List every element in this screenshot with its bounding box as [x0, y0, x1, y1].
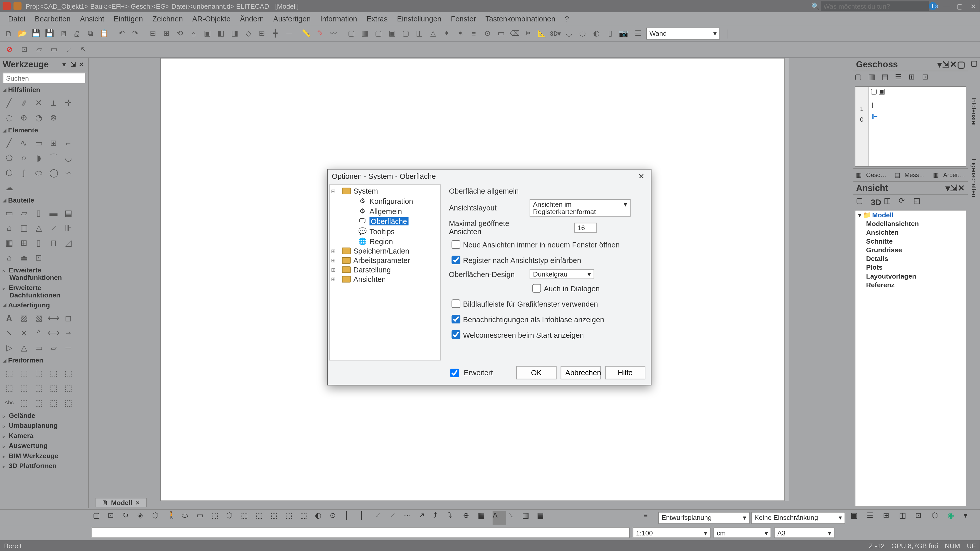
menu-datei[interactable]: Datei [4, 14, 29, 24]
tree-referenz[interactable]: Referenz [856, 281, 966, 289]
close-button[interactable]: ✕ [969, 2, 977, 10]
bt-door-icon[interactable]: ▯ [32, 236, 45, 249]
af-label-icon[interactable]: ◻ [62, 311, 75, 324]
chk-erweitert[interactable] [450, 368, 459, 377]
undo-icon[interactable]: ↶ [116, 27, 128, 40]
panel-pin-icon[interactable]: ⇲ [950, 183, 958, 193]
af-sup-icon[interactable]: ᴬ [32, 326, 45, 339]
hl-circle-icon[interactable]: ◌ [3, 111, 16, 124]
af-hatch-icon[interactable]: ▨ [18, 311, 30, 324]
cat-auswertung[interactable]: Auswertung [0, 441, 88, 451]
tree-region[interactable]: 🌐Region [330, 236, 440, 246]
af-rect-icon[interactable]: ▭ [32, 341, 45, 354]
bt-comp-icon[interactable]: ⊡ [32, 251, 45, 264]
el-l-icon[interactable]: ⌐ [62, 137, 75, 149]
ff-14-icon[interactable]: ⬚ [62, 396, 75, 409]
side-icon[interactable]: ◨ [228, 27, 241, 40]
box4-icon[interactable]: ▣ [386, 27, 398, 40]
menu-aendern[interactable]: Ändern [236, 14, 268, 24]
af-tri2-icon[interactable]: △ [18, 341, 30, 354]
bt19-icon[interactable]: │ [360, 511, 373, 524]
el-arc2-icon[interactable]: ◡ [62, 151, 75, 164]
st-mode2-icon[interactable]: ▣ [878, 87, 885, 95]
bt14-icon[interactable]: ⬚ [285, 511, 299, 524]
panel-menu-icon[interactable]: ▾ [945, 183, 950, 193]
hl-angle-icon[interactable]: ✕ [32, 96, 45, 109]
save-icon[interactable]: 💾 [30, 27, 42, 40]
ff-11-icon[interactable]: ⬚ [18, 396, 30, 409]
bt18-icon[interactable]: │ [345, 511, 358, 524]
av-3-icon[interactable]: ⟳ [899, 197, 911, 208]
ff-1-icon[interactable]: ⬚ [3, 367, 16, 380]
bt28-icon[interactable]: A [493, 511, 506, 524]
pointer-icon[interactable]: ↖ [77, 43, 90, 56]
edge-icon[interactable]: ≡ [468, 27, 480, 40]
hl-circ2-icon[interactable]: ⊕ [18, 111, 30, 124]
sel2-icon[interactable]: ▱ [32, 43, 46, 56]
el-line-icon[interactable]: ╱ [3, 137, 16, 149]
tab-geschoss[interactable]: ▦ Gesc… [853, 169, 892, 181]
st-5-icon[interactable]: ⊞ [908, 73, 921, 85]
st-3-icon[interactable]: ▤ [881, 73, 894, 85]
cat-wall-ext[interactable]: Erweiterte Wandfunktionen [0, 265, 88, 283]
input-max-views[interactable]: 16 [574, 222, 597, 233]
bt8-icon[interactable]: ▭ [197, 511, 210, 524]
panel-pin-icon[interactable]: ⇲ [71, 61, 77, 68]
side-restore-icon[interactable]: ▢ [970, 59, 977, 68]
ruler-icon[interactable]: 📐 [536, 27, 548, 40]
storey-row-0-icon[interactable]: ⊩ [872, 112, 966, 121]
storey-row-1-icon[interactable]: ⊢ [872, 101, 966, 110]
dialog-close-icon[interactable]: ✕ [636, 172, 647, 181]
ff-10-icon[interactable]: ⬚ [62, 381, 75, 394]
tree-layoutvorlagen[interactable]: Layoutvorlagen [856, 272, 966, 280]
cyl-icon[interactable]: ▯ [604, 27, 616, 40]
minimize-button[interactable]: — [942, 2, 950, 10]
cat-3d-plat[interactable]: 3D Plattformen [0, 461, 88, 471]
storey-1-label[interactable]: 1 [860, 106, 863, 112]
open-icon[interactable]: 📂 [16, 27, 29, 40]
ff-8-icon[interactable]: ⬚ [32, 381, 45, 394]
sphere-icon[interactable]: ◐ [590, 27, 603, 40]
tree-darstellung[interactable]: ⊞Darstellung [330, 265, 440, 275]
curve-icon[interactable]: 〰 [328, 27, 340, 40]
tab-close-icon[interactable]: ✕ [135, 499, 140, 506]
chk-welcome[interactable] [452, 330, 460, 339]
cube-icon[interactable]: ▣ [201, 27, 213, 40]
plus-icon[interactable]: ⊞ [160, 27, 172, 40]
st-2-icon[interactable]: ▥ [868, 73, 880, 85]
delete-icon[interactable]: ⊘ [3, 43, 16, 56]
ok-button[interactable]: OK [516, 366, 557, 380]
combo-unit[interactable]: cm▾ [713, 527, 771, 538]
bt30-icon[interactable]: ▥ [522, 511, 536, 524]
box6-icon[interactable]: ◫ [413, 27, 425, 40]
tools-search-input[interactable] [3, 74, 94, 82]
cam-icon[interactable]: 📷 [617, 27, 630, 40]
bt-strip-icon[interactable]: ▤ [62, 206, 75, 219]
ff-12-icon[interactable]: ⬚ [32, 396, 45, 409]
panel-close-icon[interactable]: ✕ [79, 61, 86, 68]
af-text-icon[interactable]: A [3, 311, 16, 324]
bt-grid-icon[interactable]: ▦ [3, 236, 16, 249]
br4-icon[interactable]: ◫ [899, 511, 913, 524]
el-shape-icon[interactable]: ⬡ [3, 166, 16, 179]
menu-einstellungen[interactable]: Einstellungen [393, 14, 445, 24]
maximize-button[interactable]: ▢ [956, 2, 964, 10]
plus2-icon[interactable]: ╋ [269, 27, 282, 40]
diamond-icon[interactable]: ◇ [242, 27, 254, 40]
av-1-icon[interactable]: ▢ [856, 197, 868, 208]
el-rect2-icon[interactable]: ⊞ [47, 137, 60, 149]
home-icon[interactable]: ⌂ [188, 27, 200, 40]
side-tab-infofenster[interactable]: Infofenster [970, 95, 978, 129]
box2-icon[interactable]: ▥ [359, 27, 371, 40]
combo-constraint[interactable]: Keine Einschränkung▾ [751, 511, 845, 524]
af-hatch2-icon[interactable]: ▧ [32, 311, 45, 324]
bt10-icon[interactable]: ⬡ [226, 511, 240, 524]
layer-combo[interactable]: Wand▾ [646, 27, 720, 39]
bt-open-icon[interactable]: ⊓ [47, 236, 60, 249]
ff-7-icon[interactable]: ⬚ [18, 381, 30, 394]
pencil-icon[interactable]: ✎ [314, 27, 326, 40]
rotate-icon[interactable]: ⟲ [174, 27, 186, 40]
box3-icon[interactable]: ▢ [372, 27, 385, 40]
side-tab-eigenschaften[interactable]: Eigenschaften [970, 156, 978, 200]
tree-root-modell[interactable]: Modell [872, 211, 894, 219]
